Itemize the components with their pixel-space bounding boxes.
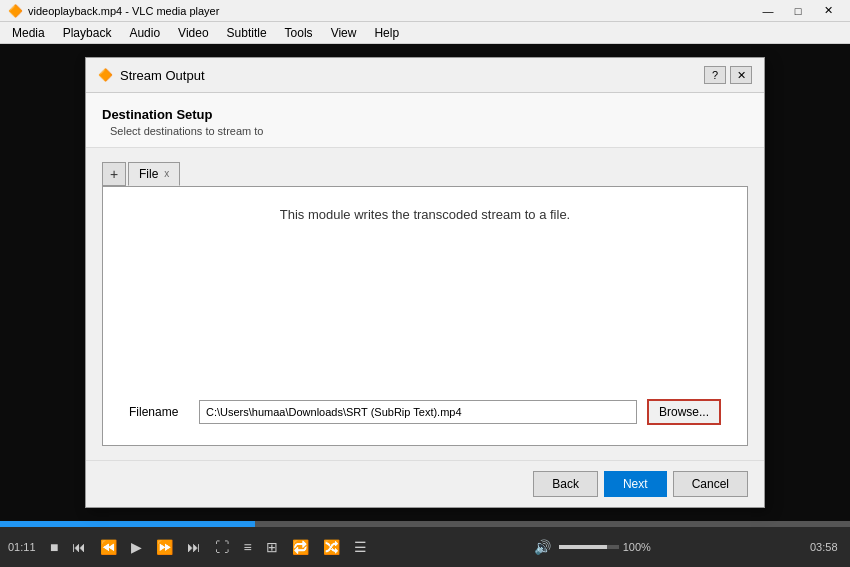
stop-button[interactable]: ■ xyxy=(46,537,62,557)
cancel-button[interactable]: Cancel xyxy=(673,471,748,497)
dialog-footer: Back Next Cancel xyxy=(86,460,764,507)
volume-area: 🔊 100% xyxy=(530,537,651,557)
dialog-title-left: Stream Output xyxy=(98,68,205,83)
menu-video[interactable]: Video xyxy=(170,24,216,42)
minimize-button[interactable]: — xyxy=(754,2,782,20)
loop-button[interactable]: 🔁 xyxy=(288,537,313,557)
forward-button[interactable]: ⏩ xyxy=(152,537,177,557)
volume-icon[interactable]: 🔊 xyxy=(530,537,555,557)
tab-bar: + File x xyxy=(102,162,748,186)
prev-button[interactable]: ⏮ xyxy=(68,537,90,557)
filename-label: Filename xyxy=(129,405,189,419)
play-button[interactable]: ▶ xyxy=(127,537,146,557)
dialog-header-title: Destination Setup xyxy=(102,107,748,122)
add-tab-button[interactable]: + xyxy=(102,162,126,186)
dialog-vlc-icon xyxy=(98,68,112,82)
dialog-header: Destination Setup Select destinations to… xyxy=(86,93,764,148)
volume-bar[interactable] xyxy=(559,545,619,549)
dialog-help-button[interactable]: ? xyxy=(704,66,726,84)
playlist-button[interactable]: ☰ xyxy=(350,537,371,557)
window-close-button[interactable]: ✕ xyxy=(814,2,842,20)
extended-button[interactable]: ≡ xyxy=(239,537,255,557)
fullscreen-button[interactable]: ⛶ xyxy=(211,537,233,557)
time-elapsed: 01:11 xyxy=(8,541,40,553)
window-title: videoplayback.mp4 - VLC media player xyxy=(28,5,219,17)
filename-input[interactable] xyxy=(199,400,637,424)
random-button[interactable]: 🔀 xyxy=(319,537,344,557)
file-tab[interactable]: File x xyxy=(128,162,180,186)
volume-fill xyxy=(559,545,607,549)
title-bar: videoplayback.mp4 - VLC media player — □… xyxy=(0,0,850,22)
next-button[interactable]: ⏭ xyxy=(183,537,205,557)
menu-playback[interactable]: Playback xyxy=(55,24,120,42)
tab-description: This module writes the transcoded stream… xyxy=(280,207,570,222)
dialog-window-controls: ? ✕ xyxy=(704,66,752,84)
menu-tools[interactable]: Tools xyxy=(277,24,321,42)
frame-by-frame-button[interactable]: ⊞ xyxy=(262,537,282,557)
vlc-icon xyxy=(8,4,22,18)
progress-bar[interactable] xyxy=(0,521,850,527)
controls-row: 01:11 ■ ⏮ ⏪ ▶ ⏩ ⏭ ⛶ ≡ ⊞ 🔁 🔀 ☰ 🔊 100% 03:… xyxy=(0,527,850,567)
controls-bar: 01:11 ■ ⏮ ⏪ ▶ ⏩ ⏭ ⛶ ≡ ⊞ 🔁 🔀 ☰ 🔊 100% 03:… xyxy=(0,521,850,567)
file-tab-close[interactable]: x xyxy=(164,169,169,179)
menu-bar: Media Playback Audio Video Subtitle Tool… xyxy=(0,22,850,44)
dialog-overlay: Stream Output ? ✕ Destination Setup Sele… xyxy=(0,44,850,521)
stream-output-dialog: Stream Output ? ✕ Destination Setup Sele… xyxy=(85,57,765,508)
menu-view[interactable]: View xyxy=(323,24,365,42)
dialog-close-button[interactable]: ✕ xyxy=(730,66,752,84)
menu-audio[interactable]: Audio xyxy=(121,24,168,42)
time-remaining: 03:58 xyxy=(810,541,842,553)
progress-fill xyxy=(0,521,255,527)
volume-label: 100% xyxy=(623,541,651,553)
dialog-header-subtitle: Select destinations to stream to xyxy=(110,125,748,137)
dialog-title-bar: Stream Output ? ✕ xyxy=(86,58,764,93)
maximize-button[interactable]: □ xyxy=(784,2,812,20)
tab-content-panel: This module writes the transcoded stream… xyxy=(102,186,748,446)
window-controls: — □ ✕ xyxy=(754,2,842,20)
menu-help[interactable]: Help xyxy=(366,24,407,42)
rewind-button[interactable]: ⏪ xyxy=(96,537,121,557)
dialog-title: Stream Output xyxy=(120,68,205,83)
menu-subtitle[interactable]: Subtitle xyxy=(219,24,275,42)
file-tab-label: File xyxy=(139,167,158,181)
dialog-body: + File x This module writes the transcod… xyxy=(86,148,764,460)
back-button[interactable]: Back xyxy=(533,471,598,497)
menu-media[interactable]: Media xyxy=(4,24,53,42)
filename-row: Filename Browse... xyxy=(119,399,731,425)
next-button[interactable]: Next xyxy=(604,471,667,497)
browse-button[interactable]: Browse... xyxy=(647,399,721,425)
